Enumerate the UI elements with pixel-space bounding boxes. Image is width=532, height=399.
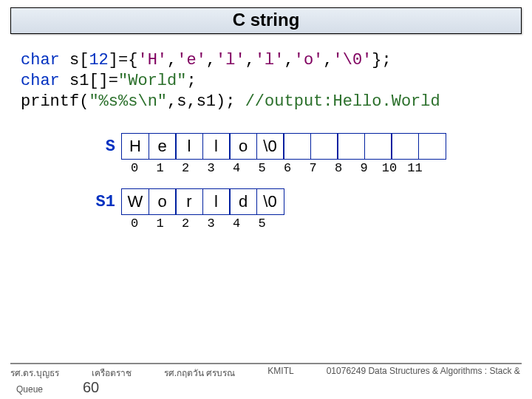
array-cell [310,133,338,160]
array-index: 3 [198,161,225,175]
array-cell: \0 [256,133,284,160]
code-char: 'H' [137,51,167,69]
array-index: 4 [223,161,250,175]
array-s1-indices: 012345 [121,216,532,231]
array-cell: o [229,133,257,160]
code-txt: , [167,51,177,69]
array-index: 5 [249,216,276,231]
array-index: 5 [249,161,276,175]
code-str: "World" [118,72,186,90]
code-kw: char [21,51,60,69]
array-index: 8 [325,161,352,175]
array-s1-cells: World\0 [121,188,284,215]
array-cell: H [121,133,149,160]
array-cell: l [202,133,231,160]
code-kw: char [21,72,60,90]
code-txt: printf( [21,92,89,111]
array-index: 0 [121,216,148,231]
code-char: '\0' [333,51,372,69]
array-cell: \0 [256,188,284,215]
code-char: 'e' [177,51,206,69]
code-char: 'l' [216,51,245,69]
array-index: 2 [172,216,199,231]
code-txt: , [245,51,255,69]
footer-a2: เครือตราช [92,366,132,380]
code-txt: , [206,51,216,69]
array-cell: o [149,188,177,215]
array-cell: W [121,188,149,215]
array-s-cells: Hello\0 [121,133,446,160]
array-index: 11 [402,161,429,175]
array-s1-label: S1 [89,193,115,211]
array-diagrams: S Hello\0 01234567891011 S1 World\0 0123… [89,133,532,231]
slide-title: C string [233,10,300,30]
slide-footer: รศ.ดร.บุญธร เครือตราช รศ.กฤตวัน ศรบรณ KM… [10,363,522,380]
code-txt: s1[]= [60,72,118,90]
footer-queue: Queue [16,384,43,395]
array-cell: r [175,188,203,215]
array-cell [418,133,446,160]
array-cell: l [175,133,203,160]
slide-title-bar: C string [10,7,522,34]
array-cell: l [202,188,231,215]
footer-author: รศ.ดร.บุญธร [10,366,59,380]
array-index: 9 [351,161,378,175]
code-num: 12 [89,51,108,69]
array-index: 3 [198,216,225,231]
footer-course: 01076249 Data Structures & Algorithms : … [327,366,520,380]
array-index: 1 [147,216,174,231]
code-comment: //output:Hello.World [245,92,440,111]
array-cell: d [229,188,257,215]
code-char: 'o' [294,51,324,69]
array-cell [283,133,311,160]
array-s-row: S Hello\0 [89,133,532,160]
array-index: 1 [147,161,174,175]
code-str: "%s%s\n" [89,92,167,111]
array-cell [391,133,419,160]
footer-org: KMITL [267,366,293,380]
code-txt: }; [372,51,391,69]
array-index: 6 [274,161,301,175]
array-index: 7 [300,161,327,175]
code-txt: ,s,s1); [167,92,245,111]
code-block: char s[12]={'H','e','l','l','o','\0'}; c… [21,50,522,112]
code-txt: ]={ [109,51,138,69]
code-txt: ; [186,72,196,90]
array-s-indices: 01234567891011 [121,161,532,175]
array-s-label: S [89,137,115,156]
code-char: 'l' [255,51,284,69]
array-s1-row: S1 World\0 [89,188,532,215]
array-cell [364,133,392,160]
array-index: 10 [376,161,403,175]
array-index: 2 [172,161,199,175]
array-cell: e [149,133,177,160]
footer-a3: รศ.กฤตวัน ศรบรณ [164,366,236,380]
page-number: 60 [83,379,99,396]
array-index: 0 [121,161,148,175]
code-txt: , [284,51,293,69]
code-txt: , [323,51,332,69]
array-cell [337,133,365,160]
array-index: 4 [223,216,250,231]
code-txt: s[ [60,51,89,69]
